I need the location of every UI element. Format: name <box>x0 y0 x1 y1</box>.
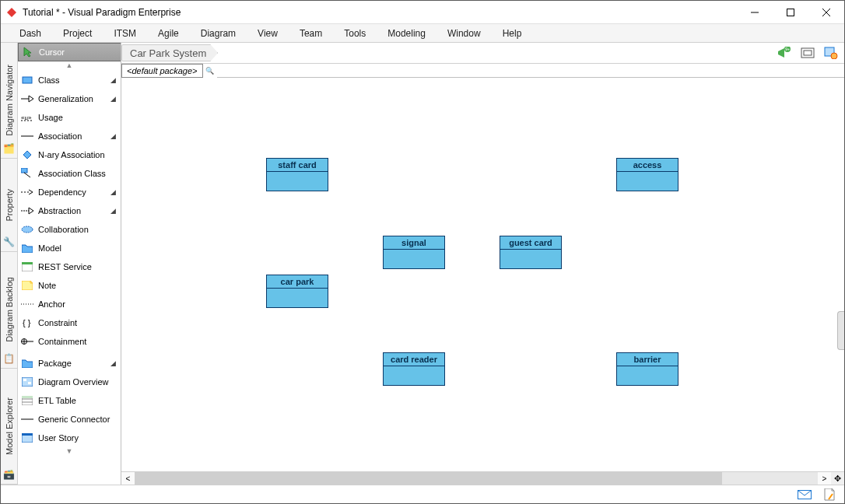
box-icon <box>21 74 33 86</box>
tab-diagram-navigator[interactable]: Diagram Navigator 🗂️ <box>1 43 17 159</box>
svg-rect-29 <box>28 382 31 384</box>
breadcrumb-bar: Car Park System 9+ <box>121 43 844 64</box>
tab-property[interactable]: Property 🔧 <box>1 159 17 252</box>
palette-item-containment[interactable]: Containment <box>18 332 121 351</box>
menu-itsm[interactable]: ITSM <box>103 25 147 42</box>
uml-class-guest-card[interactable]: guest card <box>500 236 562 269</box>
mail-icon[interactable] <box>798 488 812 502</box>
expand-arrow-icon: ◢ <box>110 207 117 215</box>
svg-rect-33 <box>22 396 33 398</box>
uml-class-access[interactable]: access <box>616 158 678 191</box>
palette-item-label: Containment <box>38 337 117 346</box>
svg-point-42 <box>831 53 837 59</box>
breadcrumb-chip[interactable]: Car Park System <box>121 44 218 61</box>
menu-dash[interactable]: Dash <box>9 25 52 42</box>
palette-item-label: ETL Table <box>38 396 117 405</box>
doc-icon[interactable] <box>822 488 836 502</box>
package-chip[interactable]: <default package> <box>121 64 203 78</box>
palette-item-model[interactable]: Model <box>18 239 121 257</box>
menu-diagram[interactable]: Diagram <box>190 25 247 42</box>
palette-item-label: Collaboration <box>38 225 117 234</box>
uml-class-car-park[interactable]: car park <box>266 275 328 308</box>
titlebar: Tutorial * - Visual Paradigm Enterprise <box>1 1 844 24</box>
resource-catalog-icon[interactable] <box>821 44 841 61</box>
palette-item-label: Class <box>38 75 106 85</box>
folder-icon <box>21 357 33 369</box>
menu-help[interactable]: Help <box>492 25 533 42</box>
scroll-right-button[interactable]: > <box>818 472 831 485</box>
svg-text:«u»: «u» <box>21 114 32 121</box>
line-icon <box>21 130 33 142</box>
window-title: Tutorial * - Visual Paradigm Enterprise <box>23 7 737 18</box>
svg-text:{ }: { } <box>23 318 31 327</box>
horizontal-scrollbar[interactable]: < > ✥ <box>121 471 844 485</box>
search-icon[interactable]: 🔍 <box>203 64 217 78</box>
dotline-icon <box>21 298 33 310</box>
palette-item-cursor[interactable]: Cursor <box>18 43 121 61</box>
palette-item-rest-service[interactable]: REST Service <box>18 257 121 276</box>
fit-window-icon[interactable] <box>798 44 818 61</box>
menu-agile[interactable]: Agile <box>147 25 190 42</box>
uml-class-name: access <box>617 159 678 172</box>
svg-rect-2 <box>787 9 794 16</box>
palette-item-usage[interactable]: «u»Usage <box>18 108 121 127</box>
note-icon <box>21 279 33 292</box>
palette-item-user-story[interactable]: User Story <box>18 429 121 447</box>
palette-item-n-ary-association[interactable]: N-ary Association <box>18 145 121 164</box>
palette-item-anchor[interactable]: Anchor <box>18 295 121 313</box>
svg-marker-8 <box>29 96 33 102</box>
palette-item-association[interactable]: Association◢ <box>18 127 121 145</box>
uml-class-body <box>384 250 444 268</box>
palette-item-generic-connector[interactable]: Generic Connector <box>18 410 121 429</box>
menu-window[interactable]: Window <box>437 25 492 42</box>
uml-class-staff-card[interactable]: staff card <box>266 158 328 191</box>
palette-item-etl-table[interactable]: ETL Table <box>18 391 121 410</box>
palette-item-package[interactable]: Package◢ <box>18 354 121 373</box>
palette-item-generalization[interactable]: Generalization◢ <box>18 89 121 108</box>
menu-view[interactable]: View <box>247 25 289 42</box>
menu-modeling[interactable]: Modeling <box>377 25 437 42</box>
palette-item-label: User Story <box>38 433 117 443</box>
uml-class-signal[interactable]: signal <box>383 236 445 269</box>
tab-diagram-backlog[interactable]: Diagram Backlog 📋 <box>1 252 17 368</box>
svg-rect-13 <box>21 168 27 173</box>
close-button[interactable] <box>808 1 844 24</box>
menu-project[interactable]: Project <box>52 25 103 42</box>
palette-item-constraint[interactable]: { }Constraint <box>18 313 121 332</box>
palette-item-diagram-overview[interactable]: Diagram Overview <box>18 373 121 391</box>
announce-icon[interactable]: 9+ <box>774 44 794 61</box>
menu-tools[interactable]: Tools <box>333 25 377 42</box>
line-icon <box>21 413 33 425</box>
palette-item-class[interactable]: Class◢ <box>18 71 121 89</box>
tab-model-explorer[interactable]: Model Explorer 🗃️ <box>1 369 17 485</box>
menu-team[interactable]: Team <box>289 25 333 42</box>
uml-class-name: barrier <box>617 353 678 366</box>
app-logo-icon <box>5 6 18 19</box>
uml-class-barrier[interactable]: barrier <box>616 352 678 386</box>
svg-rect-36 <box>22 433 33 436</box>
diagram-region: Car Park System 9+ <default package> � <box>121 43 844 485</box>
maximize-button[interactable] <box>773 1 808 24</box>
svg-point-18 <box>22 226 33 233</box>
dashedarrow-icon <box>21 186 33 198</box>
expand-arrow-icon: ◢ <box>110 95 117 103</box>
palette-item-note[interactable]: Note <box>18 276 121 295</box>
diamond-icon <box>21 149 33 161</box>
scroll-thumb[interactable] <box>135 472 722 485</box>
pan-grip-icon[interactable]: ✥ <box>831 472 844 485</box>
palette-item-dependency[interactable]: Dependency◢ <box>18 183 121 201</box>
palette-item-association-class[interactable]: Association Class <box>18 164 121 183</box>
uml-class-card-reader[interactable]: card reader <box>383 352 445 386</box>
palette-item-label: N-ary Association <box>38 150 117 159</box>
palette-item-collaboration[interactable]: Collaboration <box>18 220 121 239</box>
diagram-canvas[interactable]: staff cardaccesssignalguest cardcar park… <box>121 78 844 471</box>
palette-more-icon[interactable]: ▼ <box>18 447 121 457</box>
palette-item-abstraction[interactable]: Abstraction◢ <box>18 201 121 220</box>
uml-class-name: car park <box>267 275 328 289</box>
expand-arrow-icon: ◢ <box>110 132 117 140</box>
scroll-track[interactable] <box>135 472 818 485</box>
scroll-left-button[interactable]: < <box>121 472 135 485</box>
right-expand-grip[interactable] <box>837 311 844 350</box>
minimize-button[interactable] <box>737 1 773 24</box>
palette-collapse-icon[interactable]: ▲ <box>18 61 121 71</box>
